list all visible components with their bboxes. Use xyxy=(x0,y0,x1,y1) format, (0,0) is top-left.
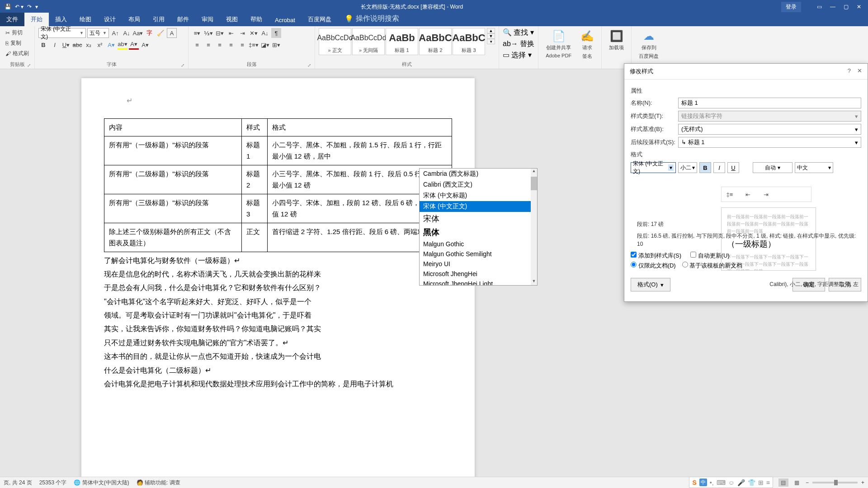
close-icon[interactable]: ✕ xyxy=(857,67,862,75)
zoom-slider[interactable] xyxy=(812,482,858,483)
ime-lang-icon[interactable]: 中 xyxy=(699,479,707,486)
phonetic-button[interactable]: 字 xyxy=(144,28,154,38)
print-layout-icon[interactable]: ▤ xyxy=(778,479,788,487)
bold-button[interactable]: B xyxy=(38,40,48,50)
styles-scroll[interactable]: ▲▼▾ xyxy=(487,28,495,44)
zoom-in-icon[interactable]: + xyxy=(861,479,864,486)
zoom-out-icon[interactable]: − xyxy=(806,479,809,486)
font-option[interactable]: Microsoft JhengHei Light xyxy=(420,279,537,286)
baidu-save-button[interactable]: ☁保存到百度网盘 xyxy=(635,28,662,61)
copy-button[interactable]: ⎘复制 xyxy=(4,38,31,48)
auto-update-checkbox[interactable]: 自动更新(U) xyxy=(690,252,730,260)
line-spacing-1-icon[interactable]: ‡≡ xyxy=(724,190,735,199)
tab-acrobat[interactable]: Acrobat xyxy=(269,14,302,26)
font-dropdown-list[interactable]: Cambria (西文标题)Calibri (西文正文)宋体 (中文标题)宋体 … xyxy=(419,168,538,286)
font-option[interactable]: Malgun Gothic xyxy=(420,239,537,249)
ime-keyboard-icon[interactable]: ⌨ xyxy=(717,479,726,486)
tab-help[interactable]: 帮助 xyxy=(244,13,269,26)
style-item[interactable]: AaBbCcDd» 无间隔 xyxy=(352,28,385,55)
tab-review[interactable]: 审阅 xyxy=(195,13,220,26)
replace-button[interactable]: ab→ 替换 xyxy=(503,39,534,49)
undo-icon[interactable]: ↶ ▾ xyxy=(15,4,24,10)
font-color-button[interactable]: A▾ xyxy=(129,40,139,50)
multilevel-button[interactable]: ⊟▾ xyxy=(215,28,225,38)
highlight-button[interactable]: ab▾ xyxy=(118,40,127,50)
distribute-button[interactable]: ≡ xyxy=(237,40,247,50)
tab-view[interactable]: 视图 xyxy=(220,13,244,26)
ime-punct-icon[interactable]: •, xyxy=(710,479,714,486)
superscript-button[interactable]: x² xyxy=(95,40,105,50)
addins-button[interactable]: 🔲加载项 xyxy=(605,28,627,53)
maximize-icon[interactable]: ▢ xyxy=(844,4,849,10)
font-option[interactable]: Meiryo UI xyxy=(420,259,537,269)
web-layout-icon[interactable]: ▦ xyxy=(792,479,802,487)
page-count[interactable]: 页, 共 24 页 xyxy=(4,479,32,487)
dialog-font-combo[interactable]: 宋体 (中文正文)▾ xyxy=(631,162,676,173)
help-icon[interactable]: ? xyxy=(848,67,851,75)
shading-button[interactable]: ◪▾ xyxy=(260,40,270,50)
redo-icon[interactable]: ↷ xyxy=(27,4,32,10)
minimize-icon[interactable]: — xyxy=(830,4,835,10)
format-menu-button[interactable]: 格式(O) ▾ xyxy=(631,278,670,291)
grow-font-button[interactable]: A↑ xyxy=(110,28,120,38)
only-doc-radio[interactable]: 仅限此文档(D) xyxy=(631,262,676,270)
format-painter-button[interactable]: 🖌格式刷 xyxy=(4,49,31,58)
scroll-thumb[interactable] xyxy=(531,177,537,190)
dialog-color-combo[interactable]: 自动▾ xyxy=(753,162,793,173)
asian-layout-button[interactable]: ✕▾ xyxy=(249,28,259,38)
enclose-button[interactable]: A xyxy=(167,28,177,38)
font-name-combo[interactable]: 宋体 (中文正文)▼ xyxy=(38,28,86,38)
line-spacing-button[interactable]: ‡≡▾ xyxy=(249,40,259,50)
clipboard-launcher-icon[interactable]: ⤢ xyxy=(27,63,31,68)
align-right-button[interactable]: ≡ xyxy=(215,40,225,50)
close-icon[interactable]: ✕ xyxy=(857,4,861,10)
subscript-button[interactable]: x₂ xyxy=(84,40,94,50)
tab-references[interactable]: 引用 xyxy=(146,13,171,26)
dropdown-scrollbar[interactable]: ▲ ▼ xyxy=(531,169,537,285)
dialog-italic-button[interactable]: I xyxy=(713,162,725,173)
dialog-lang-combo[interactable]: 中文▾ xyxy=(795,162,833,173)
style-item[interactable]: AaBb标题 1 xyxy=(386,28,418,55)
font-option[interactable]: 宋体 (中文标题) xyxy=(420,190,537,201)
font-launcher-icon[interactable]: ⤢ xyxy=(181,63,184,68)
style-item[interactable]: AaBbC标题 3 xyxy=(453,28,485,55)
bullets-button[interactable]: ≡▾ xyxy=(192,28,202,38)
cut-button[interactable]: ✂剪切 xyxy=(4,28,31,38)
style-item[interactable]: AaBbC标题 2 xyxy=(419,28,452,55)
numbering-button[interactable]: ⅓▾ xyxy=(203,28,213,38)
increase-indent-icon[interactable]: ⇥ xyxy=(760,190,771,199)
tab-design[interactable]: 设计 xyxy=(98,13,122,26)
shrink-font-button[interactable]: A↓ xyxy=(122,28,132,38)
ime-toolbar[interactable]: S 中 •, ⌨ ☺ 🎤 👕 ⊞ ≡ xyxy=(689,477,773,488)
word-count[interactable]: 25353 个字 xyxy=(39,479,67,487)
style-item[interactable]: AaBbCcDd» 正文 xyxy=(319,28,351,55)
save-icon[interactable]: 💾 xyxy=(5,4,11,10)
show-marks-button[interactable]: ¶ xyxy=(271,28,281,38)
ime-emoji-icon[interactable]: ☺ xyxy=(728,479,735,486)
ime-toolbox-icon[interactable]: ⊞ xyxy=(758,479,764,486)
dialog-size-combo[interactable]: 小二▾ xyxy=(678,162,697,173)
accessibility-status[interactable]: 🧑 辅助功能: 调查 xyxy=(137,479,180,487)
font-option[interactable]: 宋体 (中文正文) xyxy=(420,201,537,212)
tab-baidu[interactable]: 百度网盘 xyxy=(302,13,338,26)
sogou-icon[interactable]: S xyxy=(692,479,696,486)
tab-home[interactable]: 开始 xyxy=(24,13,49,26)
language-status[interactable]: 🌐 简体中文(中国大陆) xyxy=(74,479,129,487)
select-button[interactable]: ▭ 选择 ▾ xyxy=(503,51,534,60)
font-option[interactable]: Calibri (西文正文) xyxy=(420,179,537,190)
style-name-input[interactable]: 标题 1 xyxy=(678,98,861,108)
align-center-button[interactable]: ≡ xyxy=(203,40,213,50)
tab-insert[interactable]: 插入 xyxy=(49,13,73,26)
tab-file[interactable]: 文件 xyxy=(0,13,24,26)
dialog-underline-button[interactable]: U xyxy=(727,162,739,173)
based-on-combo[interactable]: (无样式)▾ xyxy=(678,124,861,135)
font-option[interactable]: Microsoft JhengHei xyxy=(420,269,537,279)
italic-button[interactable]: I xyxy=(50,40,60,50)
font-option[interactable]: Malgun Gothic Semilight xyxy=(420,249,537,259)
qat-more-icon[interactable]: ▾ xyxy=(35,4,38,10)
tab-layout[interactable]: 布局 xyxy=(122,13,146,26)
change-case-button[interactable]: Aa▾ xyxy=(133,28,143,38)
find-button[interactable]: 🔍 查找 ▾ xyxy=(503,28,534,38)
justify-button[interactable]: ≡ xyxy=(226,40,236,50)
text-effects-button[interactable]: A▾ xyxy=(106,40,116,50)
